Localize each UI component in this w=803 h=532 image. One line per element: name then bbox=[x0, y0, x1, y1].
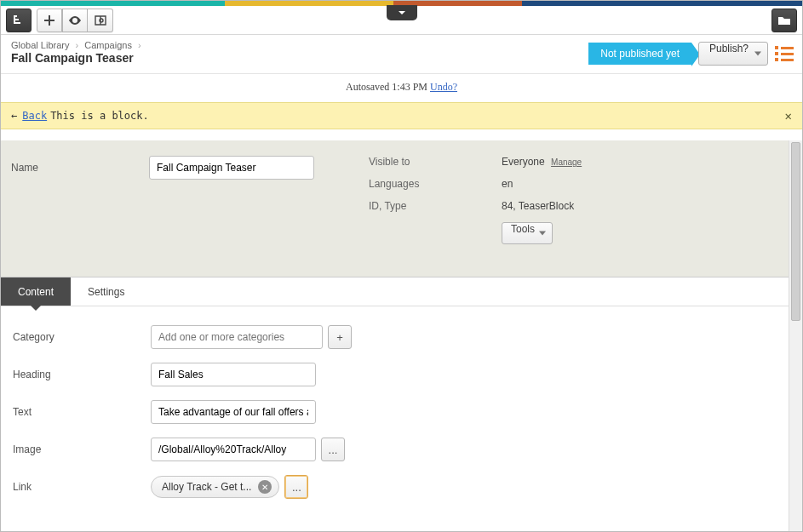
publish-button-label: Publish? bbox=[709, 43, 749, 54]
breadcrumb-child[interactable]: Campaigns bbox=[84, 40, 132, 50]
image-field[interactable] bbox=[151, 438, 316, 461]
text-label: Text bbox=[13, 406, 151, 418]
plus-icon bbox=[43, 14, 56, 27]
arrow-left-icon: ← bbox=[11, 110, 17, 122]
ellipsis-icon: ... bbox=[292, 481, 301, 494]
idtype-label: ID, Type bbox=[369, 200, 502, 212]
link-label: Link bbox=[13, 481, 151, 493]
view-button-group bbox=[37, 9, 113, 32]
chevron-down-icon bbox=[539, 232, 546, 236]
remove-link-button[interactable]: ✕ bbox=[258, 480, 272, 494]
sub-header: Global Library › Campaigns › Fall Campai… bbox=[1, 35, 802, 74]
link-pill-label: Alloy Track - Get t... bbox=[162, 481, 251, 493]
compare-button[interactable] bbox=[88, 9, 113, 32]
breadcrumb-separator: › bbox=[138, 40, 141, 50]
preview-button[interactable] bbox=[62, 9, 88, 32]
ellipsis-icon: ... bbox=[329, 443, 338, 456]
compare-icon bbox=[94, 14, 107, 27]
autosave-prefix: Autosaved bbox=[346, 81, 389, 93]
meta-panel: Name Visible to Everyone Manage Language… bbox=[1, 140, 802, 277]
heading-field[interactable] bbox=[151, 363, 316, 386]
tab-content[interactable]: Content bbox=[1, 277, 71, 306]
options-list-button[interactable] bbox=[775, 44, 794, 63]
scrollbar-thumb[interactable] bbox=[791, 142, 800, 321]
chevron-down-icon bbox=[398, 9, 406, 17]
name-field[interactable] bbox=[149, 156, 314, 180]
add-category-button[interactable]: + bbox=[328, 325, 352, 349]
meta-left: Name bbox=[11, 156, 314, 255]
tree-toggle-button[interactable] bbox=[6, 9, 32, 32]
publish-status-flag: Not published yet bbox=[588, 43, 691, 65]
category-field[interactable] bbox=[151, 325, 323, 349]
notice-text: This is a block. bbox=[50, 110, 149, 122]
panel-drop-tab[interactable] bbox=[387, 5, 417, 20]
visible-to-value: Everyone Manage bbox=[502, 156, 582, 168]
image-label: Image bbox=[13, 443, 151, 455]
properties-scroll-area[interactable]: Name Visible to Everyone Manage Language… bbox=[1, 140, 802, 531]
content-form: Category + Heading Text Image ... Link A… bbox=[1, 306, 802, 531]
meta-right: Visible to Everyone Manage Languages en … bbox=[369, 156, 582, 255]
name-label: Name bbox=[11, 162, 149, 174]
text-field[interactable] bbox=[151, 400, 316, 424]
back-link[interactable]: Back bbox=[22, 110, 47, 122]
autosave-time: 1:43 PM bbox=[392, 81, 427, 93]
idtype-value: 84, TeaserBlock bbox=[502, 200, 574, 212]
info-notice: ← Back This is a block. ✕ bbox=[1, 102, 802, 129]
undo-link[interactable]: Undo? bbox=[430, 81, 457, 93]
tools-button-label: Tools bbox=[511, 223, 535, 235]
link-pill[interactable]: Alloy Track - Get t... ✕ bbox=[151, 476, 279, 498]
autosave-status: Autosaved 1:43 PM Undo? bbox=[1, 74, 802, 102]
tab-settings[interactable]: Settings bbox=[71, 277, 141, 306]
plus-icon-text: + bbox=[336, 331, 343, 344]
tree-icon bbox=[12, 14, 26, 27]
eye-icon bbox=[68, 14, 82, 27]
visible-to-label: Visible to bbox=[369, 156, 502, 168]
languages-label: Languages bbox=[369, 178, 502, 190]
visible-to-text: Everyone bbox=[502, 156, 545, 168]
category-label: Category bbox=[13, 331, 151, 343]
chevron-down-icon bbox=[754, 52, 761, 56]
folder-icon bbox=[777, 14, 791, 27]
vertical-scrollbar[interactable] bbox=[789, 140, 802, 531]
browse-image-button[interactable]: ... bbox=[321, 438, 345, 461]
assets-pane-button[interactable] bbox=[771, 9, 797, 32]
heading-label: Heading bbox=[13, 369, 151, 380]
breadcrumb-separator: › bbox=[76, 40, 79, 50]
add-button[interactable] bbox=[37, 9, 62, 32]
languages-value: en bbox=[502, 178, 513, 190]
tab-strip: Content Settings bbox=[1, 277, 802, 306]
publish-button[interactable]: Publish? bbox=[698, 42, 768, 66]
manage-link[interactable]: Manage bbox=[551, 157, 582, 167]
browse-link-button[interactable]: ... bbox=[284, 475, 308, 499]
breadcrumb-root[interactable]: Global Library bbox=[11, 40, 69, 50]
header-actions: Not published yet Publish? bbox=[588, 42, 794, 66]
tools-button[interactable]: Tools bbox=[502, 222, 553, 244]
close-icon[interactable]: ✕ bbox=[785, 109, 792, 123]
